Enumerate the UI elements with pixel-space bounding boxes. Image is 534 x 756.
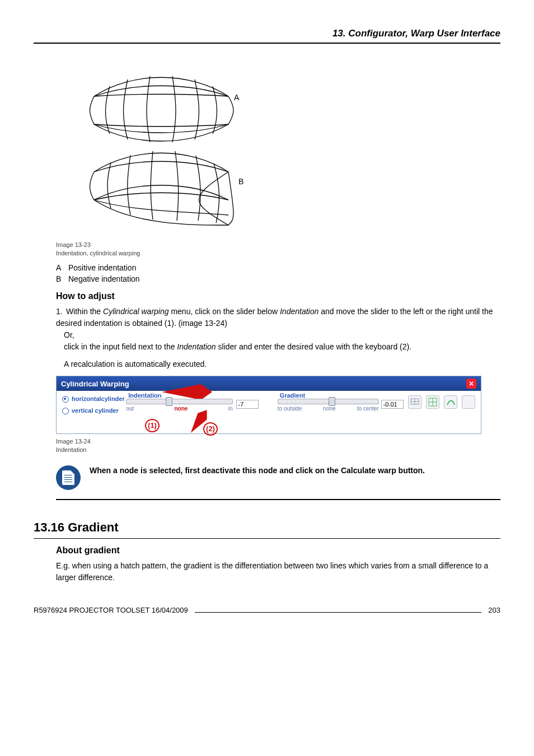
footer-page: 203 <box>488 606 500 614</box>
page-header: 13. Configurator, Warp User Interface <box>34 28 500 39</box>
callout-1: (1) <box>145 419 160 432</box>
note-icon <box>56 465 81 490</box>
radio-horizontal[interactable]: horizontalcylinder <box>62 395 126 403</box>
gradient-input[interactable]: -0.01 <box>381 400 404 409</box>
tool-icon-3[interactable] <box>444 395 457 409</box>
tool-icon-1[interactable] <box>408 395 421 409</box>
tool-icon-4[interactable] <box>462 395 475 409</box>
section-13-16-title: 13.16 Gradient <box>34 520 500 535</box>
footer-left: R5976924 PROJECTOR TOOLSET 16/04/2009 <box>34 606 188 614</box>
note-text: When a node is selected, first deactivat… <box>90 465 425 477</box>
radio-vertical[interactable]: vertical cylinder <box>62 407 126 414</box>
figure-label-a: A <box>234 93 239 102</box>
grid-icon[interactable] <box>426 395 439 409</box>
figure1-caption: Image 13-23 Indentation, cylindrical war… <box>56 241 500 258</box>
indentation-label: Indentation <box>128 392 161 399</box>
panel-title: Cylindrical Warping <box>61 380 129 388</box>
step-1: 1. Within the Cylindrical warping menu, … <box>56 306 500 370</box>
cylindrical-warping-panel: Cylindrical Warping × horizontalcylinder… <box>56 376 481 434</box>
figure-label-b: B <box>238 177 243 186</box>
callout-2: (2) <box>203 422 218 436</box>
indentation-slider[interactable] <box>126 399 232 404</box>
figure1-legend: APositive indentation BNegative indentat… <box>56 262 500 285</box>
indentation-input[interactable]: -7 <box>236 400 259 409</box>
how-to-adjust-heading: How to adjust <box>56 291 500 301</box>
close-icon[interactable]: × <box>466 379 476 389</box>
figure-indentation-diagram: A B <box>72 52 251 239</box>
about-gradient-heading: About gradient <box>56 545 500 556</box>
gradient-label: Gradient <box>280 392 305 399</box>
gradient-slider[interactable] <box>278 399 379 404</box>
figure2-caption: Image 13-24 Indentation <box>56 437 500 454</box>
about-gradient-text: E.g. when using a hatch pattern, the gra… <box>56 560 500 584</box>
